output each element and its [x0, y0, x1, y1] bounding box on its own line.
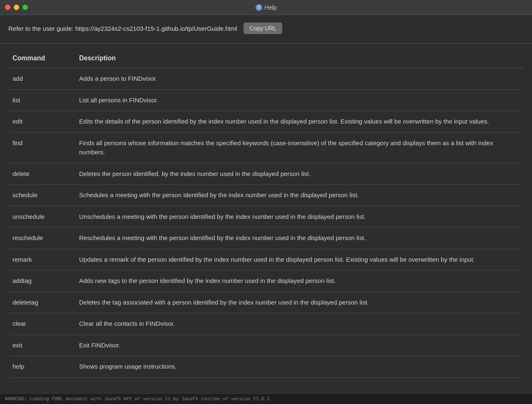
table-row: unscheduleUnschedules a meeting with the…	[8, 206, 524, 228]
command-cell: unschedule	[8, 206, 75, 228]
command-cell: edit	[8, 111, 75, 133]
description-cell: Clear all the contacts in FINDvisor.	[75, 313, 524, 335]
description-cell: Finds all persons whose information matc…	[75, 132, 524, 163]
table-row: addtagAdds new tags to the person identi…	[8, 270, 524, 292]
description-cell: Adds a person to FINDvisor.	[75, 68, 524, 90]
command-cell: clear	[8, 313, 75, 335]
table-row: listList all persons in FINDvisor.	[8, 89, 524, 111]
description-cell: Unschedules a meeting with the person id…	[75, 206, 524, 228]
description-cell: Deletes the person identified. by the in…	[75, 163, 524, 185]
window-title: ? Help	[256, 4, 277, 11]
traffic-lights	[5, 5, 28, 10]
status-bar: WARNING: Loading FXML document with Java…	[0, 393, 532, 404]
minimize-button[interactable]	[14, 5, 19, 10]
command-header: Command	[8, 50, 75, 68]
divider	[0, 43, 532, 44]
command-cell: schedule	[8, 185, 75, 206]
description-cell: Updates a remark of the person identifie…	[75, 249, 524, 270]
title-bar: ? Help	[0, 0, 532, 15]
close-button[interactable]	[5, 5, 10, 10]
command-cell: list	[8, 89, 75, 111]
command-cell: exit	[8, 335, 75, 356]
user-guide-text: Refer to the user guide: https://ay2324s…	[8, 25, 237, 32]
maximize-button[interactable]	[22, 5, 28, 10]
command-cell: addtag	[8, 270, 75, 292]
command-cell: reschedule	[8, 228, 75, 249]
description-cell: Adds new tags to the person identified b…	[75, 270, 524, 292]
table-row: editEdits the details of the person iden…	[8, 111, 524, 133]
description-cell: List all persons in FINDvisor.	[75, 89, 524, 111]
description-cell: Edits the details of the person identifi…	[75, 111, 524, 133]
table-row: scheduleSchedules a meeting with the per…	[8, 185, 524, 206]
description-cell: Deletes the tag associated with a person…	[75, 292, 524, 313]
table-row: helpShows program usage instructions.	[8, 356, 524, 378]
table-row: addAdds a person to FINDvisor.	[8, 68, 524, 90]
description-header: Description	[75, 50, 524, 68]
table-row: rescheduleReschedules a meeting with the…	[8, 228, 524, 249]
table-row: clearClear all the contacts in FINDvisor…	[8, 313, 524, 335]
table-row: remarkUpdates a remark of the person ide…	[8, 249, 524, 270]
table-row: exitExit FINDvisor.	[8, 335, 524, 356]
command-cell: help	[8, 356, 75, 378]
description-cell: Shows program usage instructions.	[75, 356, 524, 378]
description-cell: Reschedules a meeting with the person id…	[75, 228, 524, 249]
command-cell: add	[8, 68, 75, 90]
help-icon: ?	[256, 4, 262, 11]
table-row: deleteDeletes the person identified. by …	[8, 163, 524, 185]
content-area: Command Description addAdds a person to …	[0, 45, 532, 386]
title-label: Help	[265, 4, 277, 11]
commands-table: Command Description addAdds a person to …	[8, 50, 524, 378]
command-cell: remark	[8, 249, 75, 270]
table-row: findFinds all persons whose information …	[8, 132, 524, 163]
table-header-row: Command Description	[8, 50, 524, 68]
description-cell: Schedules a meeting with the person iden…	[75, 185, 524, 206]
table-row: deletetagDeletes the tag associated with…	[8, 292, 524, 313]
command-cell: delete	[8, 163, 75, 185]
command-cell: deletetag	[8, 292, 75, 313]
description-cell: Exit FINDvisor.	[75, 335, 524, 356]
info-bar: Refer to the user guide: https://ay2324s…	[0, 15, 532, 42]
copy-url-button[interactable]: Copy URL	[244, 22, 282, 34]
command-cell: find	[8, 132, 75, 163]
